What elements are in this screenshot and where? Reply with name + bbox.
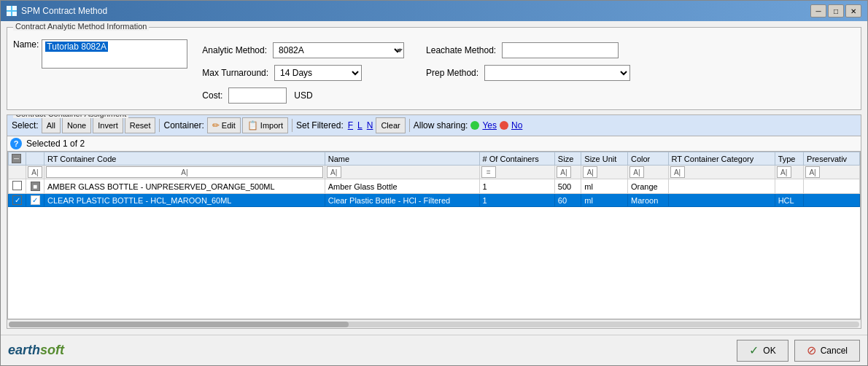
filter-box-code[interactable]: A|: [46, 166, 323, 178]
maximize-button[interactable]: □: [828, 4, 844, 17]
allow-sharing-label: Allow sharing:: [414, 120, 468, 131]
import-button[interactable]: 📋 Import: [242, 117, 288, 133]
filter-box-sizeunit[interactable]: A|: [583, 166, 597, 178]
row2-size: 60: [554, 194, 581, 207]
filter-col-cb2: A|: [26, 166, 44, 179]
filter-box-type[interactable]: A|: [777, 166, 791, 178]
filter-f-link[interactable]: F: [348, 120, 353, 131]
minimize-button[interactable]: ─: [810, 4, 826, 17]
section2-title: Contract Container Assignment: [13, 114, 128, 118]
col-rt-container-category[interactable]: RT Container Category: [668, 152, 775, 166]
filter-box-color[interactable]: A|: [629, 166, 644, 178]
col-preservative[interactable]: Preservativ: [804, 152, 860, 166]
table-row[interactable]: ✓ ✓ CLEAR PLASTIC BOTTLE - HCL_MAROON_60…: [9, 194, 860, 207]
bottom-bar: earthsoft ✓ OK ⊘ Cancel: [1, 335, 867, 365]
title-bar: SPM Contract Method ─ □ ✕: [1, 1, 867, 21]
row2-select-cb[interactable]: ✓: [9, 194, 26, 207]
filter-box-size[interactable]: A|: [557, 166, 571, 178]
ok-button[interactable]: ✓ OK: [737, 340, 788, 362]
name-input[interactable]: Tutorlab 8082A: [42, 39, 187, 69]
row1-use-checkbox[interactable]: ■: [31, 182, 40, 191]
container-table-container[interactable]: ─ RT Container Code Name # Of Containers…: [7, 151, 861, 319]
main-content: Contract Analytic Method Information Nam…: [1, 21, 867, 335]
col-name[interactable]: Name: [325, 152, 479, 166]
header-checkbox[interactable]: ─: [12, 154, 21, 163]
filter-col-num: =: [479, 166, 554, 179]
name-label: Name:: [13, 39, 39, 50]
leachate-method-input[interactable]: [502, 42, 619, 58]
invert-button[interactable]: Invert: [93, 117, 123, 133]
clear-button[interactable]: Clear: [376, 117, 405, 133]
analytic-method-select[interactable]: 8082A: [273, 42, 404, 58]
table-row[interactable]: ■ AMBER GLASS BOTTLE - UNPRESERVED_ORANG…: [9, 179, 860, 194]
filter-n-link[interactable]: N: [367, 120, 373, 131]
container-toolbar: Select: All None Invert Reset Container:…: [7, 115, 861, 136]
close-button[interactable]: ✕: [845, 4, 861, 17]
filter-l-link[interactable]: L: [357, 120, 363, 131]
title-bar-left: SPM Contract Method: [7, 6, 107, 16]
filter-box-num[interactable]: =: [481, 166, 496, 178]
svg-rect-3: [12, 12, 17, 16]
all-button[interactable]: All: [42, 117, 61, 133]
scrollbar-track: [9, 322, 859, 327]
filter-box-rtcat[interactable]: A|: [670, 166, 685, 178]
prep-method-label: Prep Method:: [426, 68, 478, 78]
separator2: [292, 119, 292, 132]
filter-box-use[interactable]: A|: [28, 166, 42, 178]
name-value: Tutorlab 8082A: [45, 42, 108, 52]
col-type[interactable]: Type: [775, 152, 803, 166]
filter-col-rtcat: A|: [668, 166, 775, 179]
status-bar: ? Selected 1 of 2: [7, 136, 861, 151]
analytic-method-section: Contract Analytic Method Information Nam…: [7, 27, 861, 110]
select-label: Select:: [12, 120, 39, 131]
max-turnaround-select[interactable]: 14 Days: [274, 65, 362, 81]
cancel-label: Cancel: [821, 346, 848, 356]
filter-box-pres[interactable]: A|: [805, 166, 820, 178]
scrollbar-thumb[interactable]: [9, 322, 349, 327]
row2-type: HCL: [775, 194, 803, 207]
analytic-method-label: Analytic Method:: [202, 45, 267, 55]
col-color[interactable]: Color: [627, 152, 668, 166]
ok-label: OK: [763, 346, 775, 356]
col-num-containers[interactable]: # Of Containers: [479, 152, 554, 166]
logo-soft: soft: [40, 343, 64, 357]
filter-col-type: A|: [775, 166, 803, 179]
import-icon: 📋: [247, 120, 258, 131]
none-button[interactable]: None: [62, 117, 91, 133]
container-assignment-section: Contract Container Assignment Select: Al…: [7, 114, 861, 329]
reset-button[interactable]: Reset: [125, 117, 156, 133]
col-rt-container-code[interactable]: RT Container Code: [44, 152, 325, 166]
row2-num: 1: [479, 194, 554, 207]
row2-color: Maroon: [627, 194, 668, 207]
col-size-unit[interactable]: Size Unit: [581, 152, 628, 166]
row2-select-checkbox[interactable]: ✓: [12, 195, 22, 205]
prep-method-select[interactable]: [484, 65, 630, 81]
row1-select-cb[interactable]: [9, 179, 26, 194]
filter-col-color: A|: [627, 166, 668, 179]
row2-sizeunit: ml: [581, 194, 628, 207]
svg-rect-0: [7, 6, 11, 10]
row1-type: [775, 179, 803, 194]
yes-link[interactable]: Yes: [482, 120, 497, 131]
bottom-buttons: ✓ OK ⊘ Cancel: [737, 340, 860, 362]
yes-dot: [470, 121, 479, 130]
row1-select-checkbox[interactable]: [12, 181, 22, 190]
cost-input[interactable]: [228, 87, 287, 104]
row2-use-cb[interactable]: ✓: [26, 194, 44, 207]
cost-label: Cost:: [202, 90, 222, 101]
logo-earth: earth: [8, 343, 40, 357]
table-header-row: ─ RT Container Code Name # Of Containers…: [9, 152, 860, 166]
horizontal-scrollbar[interactable]: [7, 319, 861, 328]
row1-use-cb[interactable]: ■: [26, 179, 44, 194]
edit-button[interactable]: ✏ Edit: [207, 117, 241, 133]
earthsoft-logo: earthsoft: [8, 343, 64, 358]
filter-box-name[interactable]: A|: [327, 166, 341, 178]
col-size[interactable]: Size: [554, 152, 581, 166]
usd-label: USD: [294, 90, 312, 101]
row2-code: CLEAR PLASTIC BOTTLE - HCL_MAROON_60ML: [44, 194, 325, 207]
leachate-method-label: Leachate Method:: [426, 45, 496, 55]
no-link[interactable]: No: [511, 120, 522, 131]
pencil-icon: ✏: [212, 120, 220, 131]
row2-use-checkbox[interactable]: ✓: [31, 195, 40, 205]
cancel-button[interactable]: ⊘ Cancel: [794, 340, 860, 362]
